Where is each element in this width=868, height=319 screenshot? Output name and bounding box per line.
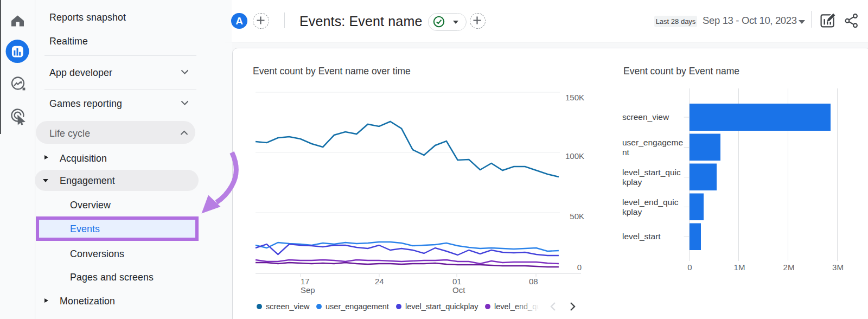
svg-text:24: 24 [375, 277, 384, 286]
svg-text:level_start_quic: level_start_quic [622, 168, 681, 177]
svg-text:01: 01 [452, 277, 462, 286]
svg-text:17: 17 [301, 277, 310, 286]
svg-text:150K: 150K [565, 93, 584, 102]
svg-text:50K: 50K [570, 212, 584, 221]
svg-text:2M: 2M [783, 263, 795, 272]
svg-text:level_end_quic: level_end_quic [622, 197, 679, 207]
svg-text:Event count by Event name over: Event count by Event name over time [253, 66, 411, 76]
svg-text:kplay: kplay [622, 207, 642, 216]
svg-text:0: 0 [687, 263, 692, 272]
svg-text:nt: nt [622, 148, 630, 157]
svg-text:Event count by Event name: Event count by Event name [623, 66, 739, 76]
svg-text:kplay: kplay [622, 177, 642, 187]
svg-text:Oct: Oct [452, 285, 465, 295]
svg-text:1M: 1M [734, 263, 745, 272]
svg-text:level_start: level_start [622, 232, 661, 241]
svg-text:user_engageme: user_engageme [622, 138, 683, 147]
svg-text:3M: 3M [832, 263, 844, 272]
svg-text:0: 0 [577, 263, 582, 272]
svg-text:Sep: Sep [301, 285, 315, 295]
svg-text:screen_view: screen_view [622, 112, 669, 122]
svg-text:level_start_quickplay: level_start_quickplay [405, 302, 478, 311]
svg-text:100K: 100K [565, 151, 584, 161]
svg-text:user_engagement: user_engagement [326, 302, 389, 311]
svg-text:08: 08 [529, 277, 538, 286]
svg-text:screen_view: screen_view [266, 302, 310, 311]
